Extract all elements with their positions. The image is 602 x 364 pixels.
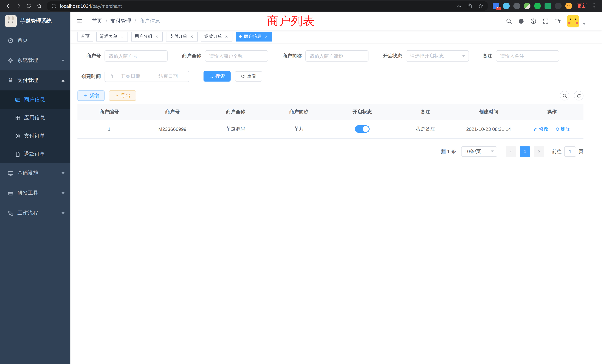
extension-badge: 10 bbox=[496, 7, 501, 10]
tab-close-icon[interactable]: × bbox=[264, 34, 269, 39]
fullscreen-icon[interactable] bbox=[542, 18, 549, 24]
tab-close-icon[interactable]: × bbox=[154, 34, 159, 39]
sidebar-item-payment-orders[interactable]: 支付订单 bbox=[0, 127, 70, 145]
browser-extension-icon-3[interactable] bbox=[513, 3, 520, 9]
merchant-list-page: 商户号 商户全称 商户简称 开启状态 请选择开启状态 bbox=[70, 43, 602, 364]
tab-close-icon[interactable]: × bbox=[119, 34, 125, 39]
help-icon[interactable] bbox=[530, 18, 537, 24]
breadcrumb-payment[interactable]: 支付管理 bbox=[110, 18, 131, 24]
sidebar-item-workflow[interactable]: 工作流程 bbox=[0, 203, 70, 223]
refresh-icon bbox=[241, 74, 245, 79]
pagination: 共 1 条 10条/页 1 前往 页 bbox=[77, 146, 583, 157]
sidebar-item-dev-tools[interactable]: 研发工具 bbox=[0, 183, 70, 203]
reload-icon bbox=[26, 3, 32, 9]
delete-link[interactable]: 删除 bbox=[555, 126, 570, 132]
tab-refund-orders[interactable]: 退款订单× bbox=[201, 32, 232, 41]
edit-link[interactable]: 修改 bbox=[533, 126, 549, 132]
download-icon bbox=[115, 93, 119, 98]
merchant-status-switch[interactable] bbox=[355, 125, 370, 133]
sidebar-collapse-button[interactable] bbox=[76, 18, 83, 24]
full-name-input[interactable] bbox=[205, 50, 268, 62]
github-icon[interactable] bbox=[518, 18, 525, 24]
add-button[interactable]: 新增 bbox=[77, 90, 105, 101]
cell-create-time: 2021-10-23 08:31:14 bbox=[457, 120, 520, 138]
sidebar-item-payment[interactable]: ¥ 支付管理 bbox=[0, 70, 70, 90]
dashboard-icon bbox=[7, 37, 14, 43]
forward-arrow-icon bbox=[16, 3, 22, 9]
table-row: 1 M233666999 芋道源码 芋艿 我是备注 2021-10-23 08:… bbox=[77, 120, 583, 138]
browser-reload-button[interactable] bbox=[24, 1, 34, 11]
browser-update-button[interactable]: 更新 bbox=[577, 3, 587, 9]
password-key-icon[interactable] bbox=[456, 3, 462, 9]
browser-extension-icon-4[interactable] bbox=[524, 3, 530, 9]
remark-input[interactable] bbox=[496, 50, 559, 62]
tab-close-icon[interactable]: × bbox=[224, 34, 229, 39]
chevron-down-icon bbox=[62, 60, 64, 61]
toggle-search-button[interactable] bbox=[560, 91, 569, 100]
browser-extension-icon-8[interactable] bbox=[565, 3, 572, 9]
active-tab-dot bbox=[239, 35, 242, 38]
create-time-range-picker[interactable]: 开始日期 - 结束日期 bbox=[105, 71, 189, 82]
tab-payment-orders[interactable]: 支付订单× bbox=[166, 32, 198, 41]
start-date-placeholder[interactable]: 开始日期 bbox=[113, 73, 148, 80]
end-date-placeholder[interactable]: 结束日期 bbox=[151, 73, 185, 80]
site-info-icon[interactable] bbox=[51, 3, 57, 9]
breadcrumb: 首页 / 支付管理 / 商户信息 bbox=[92, 18, 160, 24]
sidebar-item-infrastructure[interactable]: 基础设施 bbox=[0, 163, 70, 183]
cell-full-name: 芋道源码 bbox=[204, 120, 267, 138]
bookmark-star-icon[interactable] bbox=[478, 3, 484, 9]
sidebar-item-app-info[interactable]: 应用信息 bbox=[0, 109, 70, 127]
browser-home-button[interactable] bbox=[34, 1, 44, 11]
tab-home[interactable]: 首页 bbox=[77, 32, 93, 41]
browser-extension-icon-1[interactable]: 10 bbox=[493, 3, 499, 9]
merchant-no-input[interactable] bbox=[105, 50, 168, 62]
avatar-caret-icon[interactable] bbox=[583, 23, 586, 25]
page-number-button[interactable]: 1 bbox=[520, 146, 530, 157]
chevron-up-icon bbox=[62, 79, 64, 81]
browser-forward-button[interactable] bbox=[13, 1, 24, 11]
app-logo[interactable]: 芋道管理系统 bbox=[0, 12, 70, 30]
tab-close-icon[interactable]: × bbox=[189, 34, 194, 39]
browser-extension-icon-6[interactable] bbox=[545, 3, 551, 9]
tab-merchant-info[interactable]: 商户信息× bbox=[236, 32, 272, 41]
chevron-left-icon bbox=[509, 149, 513, 154]
browser-extension-icon-2[interactable] bbox=[503, 3, 510, 9]
header-search-icon[interactable] bbox=[506, 18, 512, 24]
prev-page-button[interactable] bbox=[506, 146, 516, 157]
select-caret-icon bbox=[491, 150, 494, 152]
next-page-button[interactable] bbox=[534, 146, 544, 157]
reset-button[interactable]: 重置 bbox=[235, 71, 262, 82]
browser-back-button[interactable] bbox=[3, 1, 13, 11]
document-icon bbox=[15, 151, 21, 157]
tab-user-group[interactable]: 用户分组× bbox=[131, 32, 163, 41]
font-size-icon[interactable] bbox=[555, 18, 561, 24]
short-name-input[interactable] bbox=[305, 50, 368, 62]
tab-process-form[interactable]: 流程表单× bbox=[96, 32, 128, 41]
browser-extension-icon-5[interactable] bbox=[534, 3, 541, 9]
sidebar-item-home[interactable]: 首页 bbox=[0, 30, 70, 50]
cell-merchant-no: M233666999 bbox=[141, 120, 204, 138]
browser-menu-button[interactable] bbox=[591, 2, 597, 10]
page-jump-input[interactable] bbox=[564, 146, 576, 157]
create-time-label: 创建时间 bbox=[77, 73, 101, 80]
merchant-no-label: 商户号 bbox=[77, 53, 101, 59]
cell-short-name: 芋艿 bbox=[267, 120, 331, 138]
export-button[interactable]: 导出 bbox=[109, 90, 136, 101]
filter-row-1: 商户号 商户全称 商户简称 开启状态 请选择开启状态 bbox=[77, 50, 583, 62]
card-icon bbox=[15, 96, 21, 103]
search-icon bbox=[562, 93, 567, 98]
page-size-select[interactable]: 10条/页 bbox=[461, 146, 497, 157]
share-icon[interactable] bbox=[467, 3, 473, 9]
cell-merchant-id: 1 bbox=[77, 120, 141, 138]
status-select[interactable]: 请选择开启状态 bbox=[406, 50, 469, 62]
sidebar-item-system[interactable]: 系统管理 bbox=[0, 50, 70, 70]
refresh-table-button[interactable] bbox=[574, 91, 583, 100]
home-icon bbox=[36, 3, 42, 9]
sidebar-item-merchant-info[interactable]: 商户信息 bbox=[0, 90, 70, 109]
sidebar-item-refund-orders[interactable]: 退款订单 bbox=[0, 145, 70, 163]
browser-extension-icon-7[interactable] bbox=[555, 3, 562, 9]
address-bar[interactable]: localhost:1024/pay/merchant bbox=[47, 1, 488, 11]
search-button[interactable]: 搜索 bbox=[204, 71, 231, 82]
breadcrumb-home[interactable]: 首页 bbox=[92, 18, 102, 24]
user-avatar[interactable] bbox=[567, 15, 579, 27]
